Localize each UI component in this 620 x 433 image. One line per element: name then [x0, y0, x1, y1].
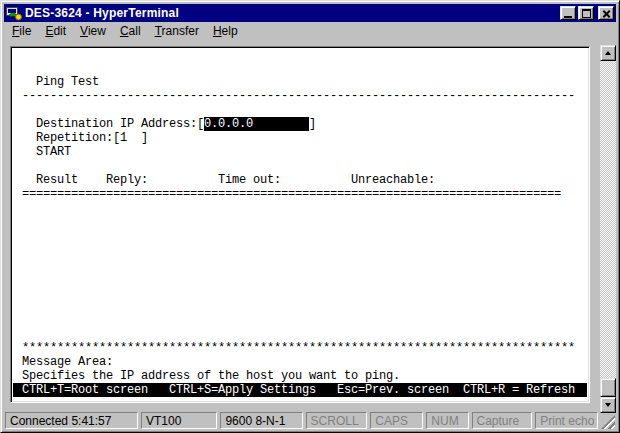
terminal-line: [22, 229, 587, 243]
close-button[interactable]: [598, 6, 614, 20]
resize-grip[interactable]: [601, 415, 615, 429]
function-key-bar: CTRL+T=Root screen CTRL+S=Apply Settings…: [13, 383, 587, 397]
connection-settings: 9600 8-N-1: [220, 412, 302, 429]
repetition-field[interactable]: 1: [120, 131, 141, 145]
terminal-line: [22, 103, 587, 117]
menu-item-transfer[interactable]: Transfer: [148, 22, 206, 41]
print-echo-indicator: Print echo: [535, 412, 598, 429]
terminal-line: [22, 299, 587, 313]
maximize-button[interactable]: [578, 6, 594, 20]
terminal-line: [22, 201, 587, 215]
hyperterminal-window: DES-3624 - HyperTerminal FileEditViewCal…: [0, 0, 620, 433]
scroll-up-button[interactable]: [600, 45, 616, 61]
menu-bar: FileEditViewCallTransferHelp: [4, 22, 616, 42]
hyperterminal-icon[interactable]: [6, 5, 22, 21]
title-bar[interactable]: DES-3624 - HyperTerminal: [4, 4, 616, 22]
terminal-line: [22, 285, 587, 299]
down-arrow-icon: [605, 403, 611, 407]
terminal-line: [22, 327, 587, 341]
scrollbar-track[interactable]: [600, 61, 616, 397]
scroll-lock-indicator: SCROLL: [306, 412, 368, 429]
capture-indicator: Capture: [472, 412, 533, 429]
connection-status: Connected 5:41:57: [5, 412, 138, 429]
terminal-line: [22, 257, 587, 271]
terminal-line: [22, 215, 587, 229]
terminal-line: [22, 271, 587, 285]
ping-test-title: Ping Test: [22, 75, 587, 89]
divider-line: ----------------------------------------…: [22, 89, 587, 103]
minimize-button[interactable]: [560, 6, 576, 20]
minimize-icon: [564, 16, 572, 18]
scrollbar-thumb[interactable]: [600, 378, 616, 397]
caps-lock-indicator: CAPS: [370, 412, 423, 429]
terminal-line: [22, 313, 587, 327]
terminal-line: [22, 61, 587, 75]
result-header: Result Reply: Time out: Unreachable:: [22, 173, 587, 187]
menu-item-edit[interactable]: Edit: [38, 22, 73, 41]
destination-ip-line: Destination IP Address:[0.0.0.0 ]: [22, 117, 587, 131]
menu-item-file[interactable]: File: [5, 22, 38, 41]
menu-item-view[interactable]: View: [73, 22, 113, 41]
message-area-label: Message Area:: [22, 355, 587, 369]
vertical-scrollbar[interactable]: [600, 45, 616, 413]
asterisk-divider-line: ****************************************…: [22, 341, 587, 355]
terminal-line: [22, 243, 587, 257]
menu-item-call[interactable]: Call: [113, 22, 148, 41]
up-arrow-icon: [605, 51, 611, 55]
maximize-icon: [582, 9, 591, 18]
message-area-text: Specifies the IP address of the host you…: [22, 369, 587, 383]
repetition-line: Repetition:[1 ]: [22, 131, 587, 145]
destination-ip-field[interactable]: 0.0.0.0: [204, 117, 309, 131]
terminal-panel: Ping Test-------------------------------…: [10, 46, 590, 403]
terminal-line: [22, 159, 587, 173]
start-line: START: [22, 145, 587, 159]
titlebar-buttons: [560, 6, 614, 20]
close-icon: [602, 9, 611, 18]
emulation-indicator: VT100: [141, 412, 217, 429]
double-divider-line: ========================================…: [22, 187, 587, 201]
num-lock-indicator: NUM: [426, 412, 468, 429]
window-title: DES-3624 - HyperTerminal: [25, 6, 560, 20]
status-bar: Connected 5:41:57VT1009600 8-N-1SCROLLCA…: [4, 410, 616, 430]
start-action[interactable]: START: [36, 145, 71, 159]
menu-item-help[interactable]: Help: [206, 22, 245, 41]
terminal-screen[interactable]: Ping Test-------------------------------…: [13, 49, 587, 400]
